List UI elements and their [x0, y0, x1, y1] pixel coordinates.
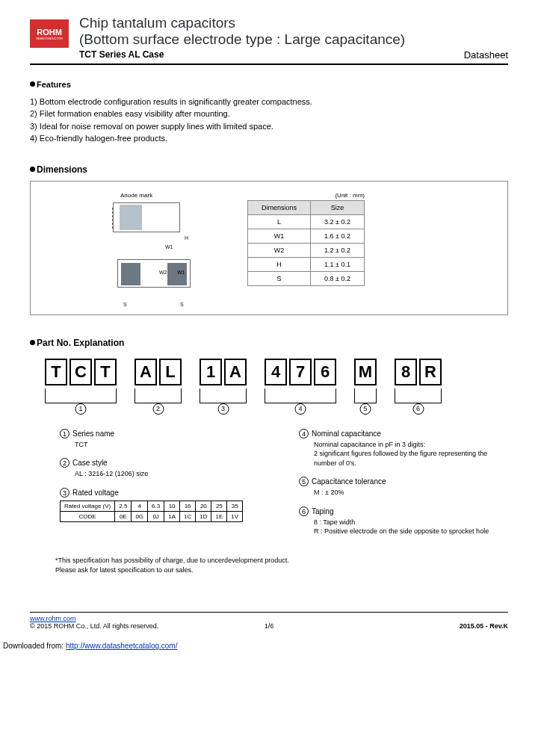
pn-char: 6 — [314, 359, 336, 385]
dim-col-head: Dimensions — [248, 200, 311, 214]
dim-col-head: Size — [311, 200, 365, 214]
pn-bracket — [354, 388, 377, 403]
title-line1: Chip tantalum capacitors — [79, 15, 508, 31]
expl-body: Nominal capacitance in pF in 3 digits: 2… — [314, 440, 508, 468]
dimensions-section: Dimensions Anode mark H W1 W2 W1 S S (Un — [30, 164, 508, 315]
circle-num-icon: 3 — [60, 488, 69, 498]
expl-label: Case style — [72, 459, 108, 467]
doctype-label: Datasheet — [464, 49, 508, 61]
v-cell: 1C — [179, 511, 195, 521]
expl-label: Taping — [312, 507, 333, 515]
circle-num-icon: 6 — [299, 506, 309, 516]
expl-label: Rated voltage — [72, 489, 119, 497]
footer: www.rohm.com © 2015 ROHM Co., Ltd. All r… — [30, 612, 508, 630]
revision-label: 2015.05 - Rev.K — [460, 622, 508, 630]
pn-bracket — [395, 388, 442, 403]
v-cell: 1E — [211, 511, 227, 521]
v-cell: 4 — [132, 501, 148, 511]
page-number: 1/6 — [265, 622, 274, 630]
title-line2: (Bottom surface electrode type : Large c… — [79, 31, 508, 48]
circle-num-icon: 4 — [299, 429, 309, 439]
expl-label: Capacitance tolerance — [312, 477, 386, 486]
dimensions-heading: Dimensions — [37, 164, 87, 175]
expl-body: AL : 3216-12 (1206) size — [75, 469, 269, 479]
copyright-text: © 2015 ROHM Co., Ltd. All rights reserve… — [30, 622, 158, 630]
v-cell: 16 — [179, 501, 195, 511]
pn-char: R — [419, 359, 442, 385]
dim-label-h: H — [185, 235, 188, 241]
anode-mark-label: Anode mark — [120, 192, 152, 199]
v-cell: 25 — [211, 501, 227, 511]
v-cell: 1V — [227, 511, 243, 521]
voltage-table: Rated voltage (V)2.546.31016202535 CODE0… — [60, 501, 243, 522]
features-section: Features 1) Bottom electrode configurati… — [30, 78, 508, 145]
partno-boxes: TCT AL 1A 476 M 8R — [45, 359, 508, 385]
v-cell: 0E — [115, 511, 132, 521]
expl-body: 8 : Tape width R : Positive electrode on… — [314, 518, 508, 536]
logo-subtext: SEMICONDUCTOR — [36, 37, 63, 40]
v-cell: 0G — [132, 511, 148, 521]
feature-item: 1) Bottom electrode configuration result… — [30, 96, 508, 108]
dim-cell: L — [248, 214, 311, 229]
dimension-drawing: Anode mark H W1 W2 W1 S S — [90, 192, 217, 304]
expl-label: Nominal capacitance — [312, 430, 381, 438]
unit-label: (Unit : mm) — [247, 192, 365, 199]
dim-label-w1: W1 — [165, 244, 173, 250]
v-cell: 35 — [227, 501, 243, 511]
pn-char: 8 — [395, 359, 417, 385]
pn-char: 1 — [200, 359, 222, 385]
partno-heading: Part No. Explanation — [37, 338, 124, 348]
circle-num-icon: 5 — [299, 477, 309, 486]
pn-bracket — [200, 388, 247, 403]
v-cell: 6.3 — [148, 501, 164, 511]
header-bar: ROHM SEMICONDUCTOR Chip tantalum capacit… — [30, 15, 508, 65]
dim-label-w3: W1 — [177, 270, 185, 275]
v-cell: 2.5 — [115, 501, 132, 511]
feature-item: 3) Ideal for noise removal on power supp… — [30, 120, 508, 133]
circle-num-icon: 1 — [60, 429, 69, 439]
pn-char: L — [159, 359, 182, 385]
v-cell: 20 — [196, 501, 211, 511]
feature-item: 2) Filet formation enables easy visibili… — [30, 108, 508, 120]
dim-cell: W1 — [248, 229, 311, 243]
dim-cell: 3.2 ± 0.2 — [311, 214, 365, 229]
spec-note: *This specification has possibility of c… — [55, 556, 508, 574]
pn-char: A — [224, 359, 247, 385]
dim-cell: 1.6 ± 0.2 — [311, 229, 365, 243]
download-prefix: Downloaded from: — [3, 642, 64, 650]
pn-bracket — [134, 388, 182, 403]
pn-bracket — [45, 388, 117, 403]
circle-num-icon: 2 — [60, 458, 69, 468]
feature-item: 4) Eco-friendly halogen-free products. — [30, 132, 508, 145]
v-cell: 1A — [164, 511, 180, 521]
logo-text: ROHM — [37, 28, 62, 37]
v-cell: Rated voltage (V) — [61, 501, 115, 511]
rohm-logo: ROHM SEMICONDUCTOR — [30, 19, 69, 48]
pn-char: M — [354, 359, 377, 385]
dim-label-s: S — [123, 302, 127, 307]
pn-char: C — [69, 359, 92, 385]
v-cell: CODE — [61, 511, 115, 521]
partno-section: Part No. Explanation TCT AL 1A 476 M 8R … — [30, 338, 508, 575]
pn-char: 7 — [289, 359, 312, 385]
download-url-link[interactable]: http://www.datasheetcatalog.com/ — [66, 642, 178, 650]
bullet-icon — [30, 167, 35, 172]
dim-cell: S — [248, 271, 311, 285]
dim-label-s: S — [180, 302, 184, 307]
rohm-url-link[interactable]: www.rohm.com — [30, 615, 76, 622]
pn-char: T — [45, 359, 67, 385]
dim-cell: H — [248, 257, 311, 271]
pn-bracket — [265, 388, 336, 403]
pn-char: 4 — [265, 359, 287, 385]
series-name: TCT Series AL Case — [79, 49, 164, 61]
pn-char: A — [134, 359, 157, 385]
dim-cell: 1.1 ± 0.1 — [311, 257, 365, 271]
bullet-icon — [30, 340, 35, 345]
v-cell: 1D — [196, 511, 211, 521]
v-cell: 10 — [164, 501, 180, 511]
dimensions-table: DimensionsSize L3.2 ± 0.2 W11.6 ± 0.2 W2… — [247, 200, 365, 286]
expl-body: M : ± 20% — [314, 488, 508, 498]
features-heading: Features — [37, 80, 71, 89]
pn-char: T — [94, 359, 117, 385]
dim-cell: W2 — [248, 243, 311, 257]
